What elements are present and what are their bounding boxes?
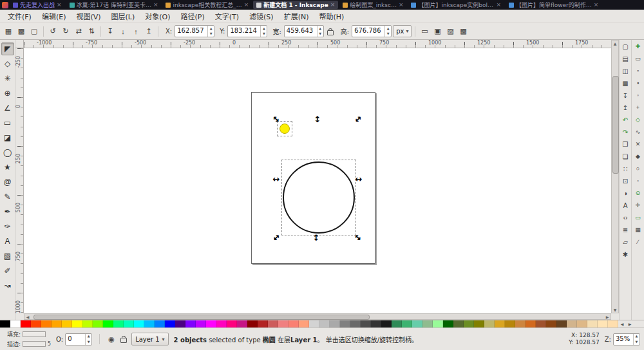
connector-tool[interactable]: ↝ [1,279,14,292]
palette-swatch[interactable] [340,320,350,327]
spiral-tool[interactable]: @ [1,176,14,189]
palette-scroll-right-icon[interactable] [626,320,634,327]
opacity-value[interactable]: 0 [66,334,85,345]
palette-swatch[interactable] [598,320,608,327]
zoom-input[interactable]: 35% [613,333,640,345]
palette-swatch[interactable] [113,320,124,327]
menu-view[interactable]: 视图(V) [71,10,106,23]
palette-swatch[interactable] [21,320,31,327]
layer-select[interactable]: Layer 1 [131,333,168,345]
spin-up-icon[interactable] [634,334,639,340]
palette-swatch[interactable] [299,320,309,327]
canvas[interactable]: ↔↕↔↔↔↔↕↔ [24,48,611,313]
palette-swatch[interactable] [31,320,41,327]
dropper-tool[interactable]: ✐ [1,264,14,277]
palette-swatch[interactable] [453,320,464,327]
palette-swatch[interactable] [371,320,381,327]
h-ruler[interactable]: -1000-750-500-25002505007501000125015001… [24,40,611,48]
small-yellow-ellipse[interactable] [279,124,290,134]
selection-handle-e[interactable]: ↔ [355,175,363,183]
spin-arrows[interactable] [260,26,267,37]
taskbar-tab[interactable]: inkscape相关教程汇总_…× [162,1,252,9]
spin-down-icon[interactable] [385,32,391,37]
box3d-tool[interactable]: ◪ [1,131,14,144]
palette-swatch[interactable] [350,320,361,327]
align-distribute-dialog[interactable]: ≣ [620,225,630,235]
taskbar-tab[interactable]: 绘制图案_inksc…× [339,1,406,9]
unit-select[interactable]: px [393,25,412,37]
rotate-90-cw[interactable]: ↻ [60,26,71,37]
palette-swatch[interactable] [227,320,237,327]
pen-tool[interactable]: ✒ [1,205,14,218]
select-all[interactable]: ▦ [3,26,14,37]
palette-swatch[interactable] [546,320,556,327]
taskbar-tab[interactable]: 冰菓:第17话 库特利亚芙卡…× [66,1,162,9]
palette-swatch[interactable] [464,320,474,327]
x-input[interactable]: 162.857 [175,25,214,37]
height-input[interactable]: 676.786 [352,25,392,37]
palette-swatch[interactable] [433,320,443,327]
spin-up-icon[interactable] [208,26,214,32]
palette-swatch[interactable] [237,320,247,327]
close-icon[interactable]: × [399,2,404,8]
v-scrollbar[interactable] [611,40,619,313]
spin-arrows[interactable] [207,26,214,37]
palette-swatch[interactable] [155,320,165,327]
snap-bbox-edge-midpoints[interactable]: ◦ [633,90,643,100]
y-value[interactable]: 183.214 [228,26,260,37]
close-icon[interactable]: × [594,2,599,8]
print-document[interactable]: ▦ [620,78,630,88]
x-value[interactable]: 162.857 [175,26,207,37]
palette-swatch[interactable] [577,320,587,327]
import-image[interactable]: ↧ [620,90,630,100]
snap-rotation-centers[interactable]: ✛ [633,200,643,210]
spin-arrows[interactable] [384,26,391,37]
palette-swatch[interactable] [278,320,289,327]
scroll-down-icon[interactable] [612,307,618,313]
y-input[interactable]: 183.214 [227,25,267,37]
snap-bounding-box[interactable]: ▭ [633,53,643,64]
xml-editor[interactable]: ‹› [620,212,630,223]
palette-swatch[interactable] [515,320,526,327]
palette-swatch[interactable] [82,320,93,327]
palette-swatch[interactable] [422,320,433,327]
palette-swatch[interactable] [330,320,340,327]
spin-down-icon[interactable] [317,32,323,37]
close-icon[interactable]: × [496,2,501,8]
menu-object[interactable]: 对象(O) [140,10,175,23]
palette-swatch[interactable] [536,320,546,327]
deselect[interactable]: ▢ [28,26,40,37]
palette-swatch[interactable] [361,320,371,327]
scroll-left-icon[interactable] [24,314,31,319]
palette-swatch[interactable] [412,320,422,327]
export-image[interactable]: ↥ [620,102,630,113]
palette-swatch[interactable] [196,320,206,327]
menu-file[interactable]: 文件(F) [3,10,37,23]
palette-swatch[interactable] [443,320,453,327]
layer-lock-toggle[interactable] [118,334,129,345]
palette-swatch[interactable] [41,320,52,327]
redo[interactable]: ↷ [620,127,630,137]
snap-line-midpoints[interactable]: ◦ [633,176,643,186]
palette-swatch[interactable] [62,320,72,327]
measure-tool[interactable]: ∠ [1,102,14,115]
gradient-tool[interactable]: ▧ [1,250,14,262]
palette-swatch[interactable] [402,320,412,327]
selector-tool[interactable]: ◤ [1,42,14,55]
menu-extensions[interactable]: 扩展(N) [279,10,314,23]
taskbar-tab[interactable]: 新建文档 1 - Inkscape× [253,1,338,9]
palette-swatch[interactable] [392,320,402,327]
snap-path-intersections[interactable]: ✕ [633,139,643,149]
palette-swatch[interactable] [134,320,144,327]
menu-text[interactable]: 文字(T) [210,10,244,23]
text-tool[interactable]: A [1,235,14,248]
text-and-font-dialog[interactable]: A [620,200,630,210]
palette-swatch[interactable] [505,320,515,327]
spin-up-icon[interactable] [317,26,323,32]
snap-nodes[interactable]: ◇ [633,115,643,125]
preferences-dialog[interactable]: ✱ [620,249,630,259]
close-icon[interactable]: × [244,2,249,8]
palette-swatch[interactable] [474,320,484,327]
palette-swatch[interactable] [0,320,10,327]
snap-bbox-centers[interactable]: + [633,102,643,113]
